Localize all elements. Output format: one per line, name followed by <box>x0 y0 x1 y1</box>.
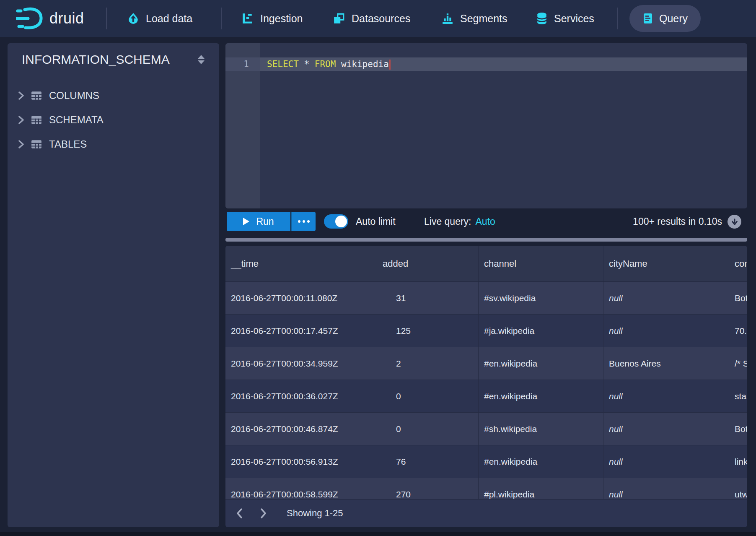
segments-icon <box>442 13 453 24</box>
schema-selector[interactable]: INFORMATION_SCHEMA <box>8 43 219 76</box>
nav-item-ingestion[interactable]: Ingestion <box>242 0 303 37</box>
navbar-divider <box>617 8 618 29</box>
nav-item-label: Load data <box>146 13 192 25</box>
run-button[interactable]: Run <box>227 212 290 231</box>
cell-channel: #en.wikipedia <box>479 380 603 412</box>
more-ellipsis-icon <box>303 220 305 223</box>
cell-comment: link <box>729 445 747 478</box>
tree-item-columns[interactable]: COLUMNS <box>8 83 219 108</box>
table-row[interactable]: 2016-06-27T00:00:17.457Z 125 #ja.wikiped… <box>225 315 747 347</box>
table-row[interactable]: 2016-06-27T00:00:34.959Z 2 #en.wikipedia… <box>225 347 747 380</box>
nav-item-segments[interactable]: Segments <box>442 0 507 37</box>
cell-time: 2016-06-27T00:00:36.027Z <box>225 380 377 412</box>
chevron-right-icon <box>18 140 24 148</box>
cell-added: 125 <box>377 315 479 347</box>
live-query-value[interactable]: Auto <box>476 216 495 227</box>
nav-item-datasources[interactable]: Datasources <box>333 0 410 37</box>
cell-cityname: null <box>603 282 729 314</box>
cell-comment: /* S <box>729 347 747 380</box>
navbar: druid Load data Ingestion <box>0 0 756 37</box>
nav-item-load-data[interactable]: Load data <box>127 0 192 37</box>
sql-text: * <box>299 59 315 69</box>
more-ellipsis-icon <box>307 220 310 223</box>
cell-added: 76 <box>377 445 479 478</box>
schema-sidebar: INFORMATION_SCHEMA COLUMNS <box>8 43 219 527</box>
cell-time: 2016-06-27T00:00:11.080Z <box>225 282 377 314</box>
chevron-left-icon <box>236 508 242 518</box>
pagination-footer: Showing 1-25 <box>225 499 747 527</box>
cell-comment: Bot <box>729 413 747 445</box>
play-icon <box>243 218 249 225</box>
nav-item-query-active[interactable]: Query <box>629 5 701 32</box>
download-arrow-icon <box>730 218 739 226</box>
sql-keyword: SELECT <box>267 59 299 69</box>
query-icon <box>642 13 653 24</box>
previous-page-button[interactable] <box>233 505 246 522</box>
nav-item-label: Ingestion <box>260 13 303 25</box>
schema-title: INFORMATION_SCHEMA <box>22 52 170 67</box>
cell-cityname: Buenos Aires <box>603 347 729 380</box>
results-header-row: __time added channel cityName comment <box>225 246 747 282</box>
nav-item-services[interactable]: Services <box>536 0 594 37</box>
cell-time: 2016-06-27T00:00:46.874Z <box>225 413 377 445</box>
table-row[interactable]: 2016-06-27T00:00:11.080Z 31 #sv.wikipedi… <box>225 282 747 315</box>
brand-text: druid <box>49 10 84 27</box>
live-query-label: Live query: <box>424 216 471 227</box>
chevron-right-icon <box>18 116 24 124</box>
table-row[interactable]: 2016-06-27T00:00:46.874Z 0 #sh.wikipedia… <box>225 413 747 445</box>
cell-comment: sta <box>729 380 747 412</box>
column-header-time[interactable]: __time <box>225 246 377 281</box>
cell-channel: #sh.wikipedia <box>479 413 603 445</box>
table-row[interactable]: 2016-06-27T00:00:56.913Z 76 #en.wikipedi… <box>225 445 747 478</box>
cell-added: 0 <box>377 380 479 412</box>
nav-item-label: Datasources <box>352 13 410 25</box>
sql-text: wikipedia <box>336 59 388 69</box>
chevron-right-icon <box>261 508 267 518</box>
auto-limit-label: Auto limit <box>356 212 396 231</box>
editor-line-number: 1 <box>225 57 260 71</box>
table-grid-icon <box>31 91 42 100</box>
chevron-right-icon <box>18 91 24 100</box>
run-more-options-button[interactable] <box>291 212 316 231</box>
cell-time: 2016-06-27T00:00:17.457Z <box>225 315 377 347</box>
cell-comment: Bot <box>729 282 747 314</box>
column-header-added[interactable]: added <box>377 246 479 281</box>
upload-icon <box>127 13 139 24</box>
auto-limit-toggle[interactable] <box>324 214 348 229</box>
ingestion-icon <box>242 13 254 24</box>
cell-added: 2 <box>377 347 479 380</box>
nav-item-label: Query <box>659 13 688 25</box>
sql-query-text[interactable]: SELECT * FROM wikipedia <box>267 57 391 71</box>
column-header-comment[interactable]: comment <box>729 246 747 281</box>
column-header-cityname[interactable]: cityName <box>603 246 729 281</box>
cell-channel: #ja.wikipedia <box>479 315 603 347</box>
toggle-knob <box>335 216 347 227</box>
cell-time: 2016-06-27T00:00:56.913Z <box>225 445 377 478</box>
sql-keyword: FROM <box>315 59 336 69</box>
sql-editor[interactable]: 1 SELECT * FROM wikipedia <box>225 43 747 208</box>
datasources-icon <box>333 13 345 24</box>
more-ellipsis-icon <box>298 220 300 223</box>
cell-cityname: null <box>603 380 729 412</box>
nav-item-label: Services <box>554 13 594 25</box>
run-button-label: Run <box>256 216 274 227</box>
navbar-divider <box>106 8 107 29</box>
brand[interactable]: druid <box>16 0 84 37</box>
column-header-channel[interactable]: channel <box>479 246 603 281</box>
cell-comment: 70. <box>729 315 747 347</box>
table-row[interactable]: 2016-06-27T00:00:36.027Z 0 #en.wikipedia… <box>225 380 747 413</box>
panel-splitter-handle[interactable] <box>225 238 747 242</box>
showing-range-label: Showing 1-25 <box>287 508 343 519</box>
download-results-button[interactable] <box>728 215 741 229</box>
cell-cityname: null <box>603 445 729 478</box>
cell-channel: #sv.wikipedia <box>479 282 603 314</box>
table-grid-icon <box>31 115 42 125</box>
bottom-edge-strip <box>0 532 756 536</box>
next-page-button[interactable] <box>257 505 270 522</box>
tree-item-tables[interactable]: TABLES <box>8 132 219 156</box>
cell-channel: #en.wikipedia <box>479 445 603 478</box>
cell-cityname: null <box>603 413 729 445</box>
tree-item-schemata[interactable]: SCHEMATA <box>8 108 219 132</box>
cell-added: 31 <box>377 282 479 314</box>
results-body: 2016-06-27T00:00:11.080Z 31 #sv.wikipedi… <box>225 282 747 511</box>
